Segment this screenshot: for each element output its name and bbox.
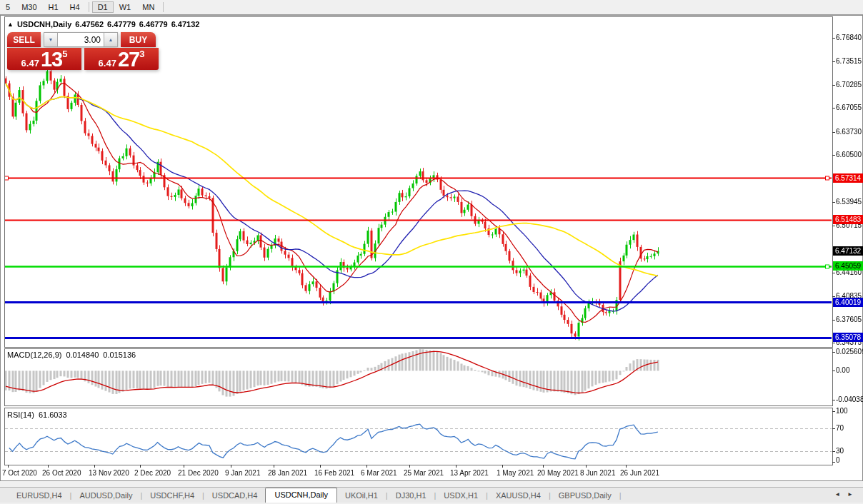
rsi-tick-label: 100	[836, 408, 863, 415]
buy-price-base: 6.47	[99, 58, 116, 69]
chart-tab-USDCNH-Daily[interactable]: USDCNH,Daily	[265, 488, 337, 503]
chart-canvas[interactable]	[0, 0, 863, 504]
macd-label: MACD(12,26,9) 0.014840 0.015136	[7, 351, 136, 359]
spread-decrease-button[interactable]: ▾	[44, 32, 58, 47]
sell-price-base: 6.47	[21, 58, 39, 69]
price-close: 6.47132	[171, 20, 200, 29]
rsi-tick-label: 30	[836, 448, 863, 455]
sell-price-quote[interactable]: 6.47 13 5	[7, 48, 81, 70]
price-tick-label: 6.73515	[836, 58, 863, 65]
level-price-badge: 6.57314	[833, 173, 863, 183]
chart-tab-GBPUSD-Daily[interactable]: GBPUSD,Daily	[551, 489, 619, 503]
symbol-tabs-bar: EURUSD,H4|AUDUSD,Daily|USDCHF,H4|USDCAD,…	[0, 487, 863, 503]
chart-tab-AUDUSD-Daily[interactable]: AUDUSD,Daily	[71, 489, 140, 503]
tab-scroll-arrows: ◄ ►	[834, 491, 853, 498]
chart-tab-DJ30-H1[interactable]: DJ30,H1	[388, 489, 434, 503]
price-low: 6.46779	[139, 20, 168, 29]
level-price-badge: 6.51483	[833, 215, 863, 224]
chart-tab-USDX-H1[interactable]: USDX,H1	[436, 489, 486, 503]
price-tick-label: 6.76840	[836, 34, 863, 41]
date-tick-label: 2 Dec 2020	[134, 469, 171, 477]
level-price-badge: 6.35078	[833, 333, 863, 342]
sell-button[interactable]: SELL	[7, 32, 41, 47]
buy-price-pips: 27	[118, 50, 139, 69]
price-tick-label: 6.67055	[836, 104, 863, 111]
rsi-name: RSI(14)	[7, 410, 34, 419]
date-tick-label: 26 Oct 2020	[42, 469, 81, 477]
symbol-timeframe: USDCNH,Daily	[17, 20, 71, 29]
level-price-badge: 6.40019	[833, 298, 863, 307]
date-tick-label: 7 Oct 2020	[2, 469, 37, 477]
price-open: 6.47562	[75, 20, 104, 29]
chart-tab-UKOil-H1[interactable]: UKOil,H1	[337, 489, 386, 503]
date-tick-label: 21 Dec 2020	[178, 469, 219, 477]
price-tick-label: 6.70285	[836, 81, 863, 89]
date-tick-label: 16 Feb 2021	[314, 469, 354, 477]
macd-value-signal: 0.015136	[103, 351, 136, 359]
macd-value-main: 0.014840	[66, 351, 99, 359]
rsi-value: 61.6033	[39, 410, 67, 419]
sell-price-pips: 13	[41, 50, 62, 69]
date-tick-label: 1 May 2021	[497, 469, 534, 477]
date-tick-label: 28 Jan 2021	[268, 469, 307, 477]
price-tick-label: 6.60500	[836, 151, 863, 158]
tab-separator: |	[619, 489, 622, 503]
spread-increase-button[interactable]: ▴	[104, 32, 118, 47]
current-price-badge: 6.47132	[833, 246, 863, 256]
macd-tick-label: 0.00	[836, 367, 863, 374]
price-tick-label: 6.63730	[836, 128, 863, 136]
sell-price-point: 5	[62, 49, 67, 59]
price-tick-label: 6.53945	[836, 198, 863, 206]
tab-scroll-right-icon[interactable]: ►	[847, 491, 853, 498]
buy-price-quote[interactable]: 6.47 27 3	[84, 48, 159, 70]
date-tick-label: 25 Mar 2021	[404, 469, 444, 477]
chart-tab-XAUUSD-H4[interactable]: XAUUSD,H4	[488, 489, 549, 503]
one-click-trade-panel: SELL ▾ ▴ BUY 6.47 13 5 6.47 27 3	[7, 32, 159, 70]
collapse-panel-icon[interactable]: ▲	[7, 21, 14, 28]
date-tick-label: 8 Jun 2021	[580, 469, 616, 477]
macd-tick-label: 0.025609	[836, 348, 863, 356]
rsi-label: RSI(14) 61.6033	[7, 410, 67, 419]
trading-terminal: 5M30H1H4D1W1MN ▲ USDCNH,Daily 6.47562 6.…	[0, 0, 863, 504]
macd-name: MACD(12,26,9)	[7, 351, 61, 359]
macd-tick-label: -0.040386	[836, 396, 863, 403]
volume-input[interactable]	[58, 32, 104, 47]
chart-title: ▲ USDCNH,Daily 6.47562 6.47779 6.46779 6…	[7, 20, 199, 29]
chart-tab-USDCHF-H4[interactable]: USDCHF,H4	[142, 489, 202, 503]
rsi-tick-label: 0	[836, 457, 863, 464]
buy-price-point: 3	[139, 49, 144, 59]
price-tick-label: 6.37605	[836, 316, 863, 323]
date-tick-label: 6 Mar 2021	[361, 469, 397, 477]
date-tick-label: 13 Nov 2020	[89, 469, 129, 477]
date-tick-label: 20 May 2021	[537, 469, 579, 477]
price-high: 6.47779	[107, 20, 136, 29]
buy-button[interactable]: BUY	[121, 32, 156, 47]
tab-scroll-left-icon[interactable]: ◄	[834, 491, 840, 498]
level-price-badge: 6.45059	[833, 261, 863, 271]
date-tick-label: 9 Jan 2021	[225, 469, 261, 477]
chart-tab-EURUSD-H4[interactable]: EURUSD,H4	[9, 489, 70, 503]
date-tick-label: 26 Jun 2021	[620, 469, 659, 477]
date-tick-label: 13 Apr 2021	[450, 469, 489, 477]
chart-tab-USDCAD-H4[interactable]: USDCAD,H4	[204, 489, 266, 503]
rsi-tick-label: 70	[836, 425, 863, 432]
